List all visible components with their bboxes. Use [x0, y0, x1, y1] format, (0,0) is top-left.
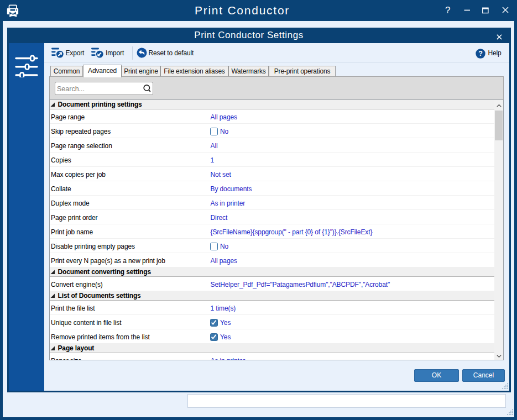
svg-text:?: ?	[478, 50, 483, 57]
